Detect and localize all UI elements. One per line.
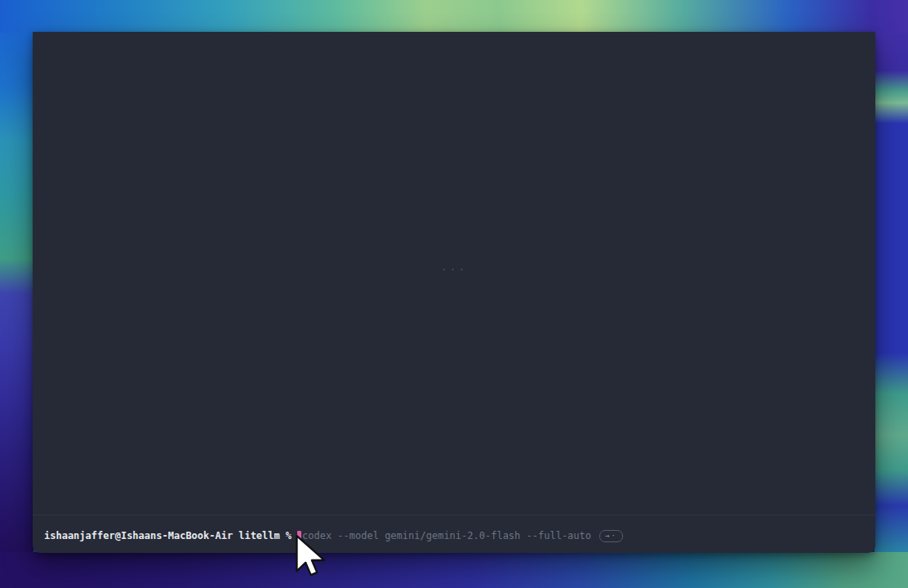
- wallpaper-bottom-band: [0, 552, 908, 588]
- desktop: { "wallpaper": { "description": "macOS a…: [0, 0, 908, 588]
- autosuggest-accept-hint[interactable]: →·: [599, 530, 623, 542]
- wallpaper-left-band: [0, 0, 33, 588]
- prompt-symbol: %: [286, 530, 292, 542]
- wallpaper-right-band: [875, 0, 908, 588]
- wallpaper-top-band: [0, 0, 908, 33]
- prompt-user-host: ishaanjaffer@Ishaans-MacBook-Air: [44, 530, 233, 542]
- input-separator-line: [33, 514, 875, 515]
- command-input-line[interactable]: ishaanjaffer@Ishaans-MacBook-Air litellm…: [44, 530, 623, 542]
- terminal-window[interactable]: ··· ishaanjaffer@Ishaans-MacBook-Air lit…: [33, 32, 875, 553]
- mouse-pointer-icon: [296, 534, 327, 578]
- loading-ellipsis: ···: [33, 263, 875, 275]
- autosuggestion-command: codex --model gemini/gemini-2.0-flash --…: [302, 530, 591, 542]
- prompt-directory: litellm: [238, 530, 280, 542]
